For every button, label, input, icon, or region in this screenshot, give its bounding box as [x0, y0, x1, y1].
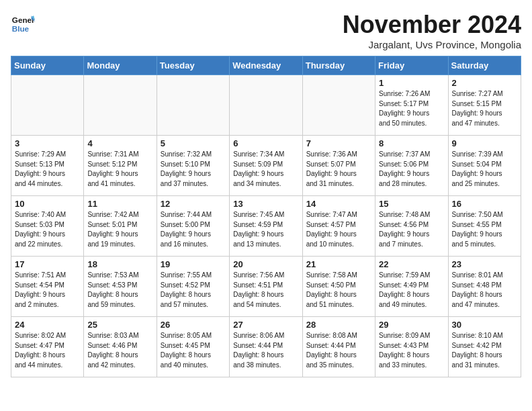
month-title: November 2024: [343, 11, 521, 39]
day-info: Sunrise: 7:32 AM Sunset: 5:10 PM Dayligh…: [161, 150, 226, 189]
day-number: 9: [452, 138, 517, 148]
weekday-header: Sunday: [11, 56, 84, 75]
calendar-day-cell: 26Sunrise: 8:05 AM Sunset: 4:45 PM Dayli…: [157, 317, 229, 377]
day-number: 1: [379, 78, 444, 88]
calendar-day-cell: 28Sunrise: 8:08 AM Sunset: 4:44 PM Dayli…: [302, 317, 375, 377]
day-number: 24: [15, 320, 80, 330]
day-number: 8: [379, 138, 444, 148]
calendar-day-cell: 11Sunrise: 7:42 AM Sunset: 5:01 PM Dayli…: [84, 196, 157, 257]
day-info: Sunrise: 7:50 AM Sunset: 4:55 PM Dayligh…: [452, 210, 517, 249]
calendar-day-cell: 15Sunrise: 7:48 AM Sunset: 4:56 PM Dayli…: [375, 196, 448, 257]
day-info: Sunrise: 7:48 AM Sunset: 4:56 PM Dayligh…: [379, 210, 444, 249]
day-info: Sunrise: 7:39 AM Sunset: 5:04 PM Dayligh…: [452, 150, 517, 189]
calendar-day-cell: 5Sunrise: 7:32 AM Sunset: 5:10 PM Daylig…: [157, 136, 229, 196]
calendar-day-cell: 20Sunrise: 7:56 AM Sunset: 4:51 PM Dayli…: [230, 257, 302, 317]
calendar-day-cell: 17Sunrise: 7:51 AM Sunset: 4:54 PM Dayli…: [11, 257, 84, 317]
calendar-day-cell: [157, 75, 229, 136]
calendar-week-row: 24Sunrise: 8:02 AM Sunset: 4:47 PM Dayli…: [11, 317, 521, 377]
logo-icon: General Blue: [11, 11, 35, 35]
day-number: 21: [306, 259, 371, 269]
calendar-day-cell: 1Sunrise: 7:26 AM Sunset: 5:17 PM Daylig…: [375, 75, 448, 136]
svg-text:Blue: Blue: [12, 24, 30, 33]
logo: General Blue: [11, 11, 35, 35]
calendar-table: SundayMondayTuesdayWednesdayThursdayFrid…: [11, 56, 521, 377]
day-number: 7: [306, 138, 371, 148]
weekday-header: Thursday: [302, 56, 375, 75]
day-number: 4: [87, 138, 152, 148]
calendar-day-cell: 18Sunrise: 7:53 AM Sunset: 4:53 PM Dayli…: [84, 257, 157, 317]
day-info: Sunrise: 7:29 AM Sunset: 5:13 PM Dayligh…: [15, 150, 80, 189]
calendar-day-cell: 24Sunrise: 8:02 AM Sunset: 4:47 PM Dayli…: [11, 317, 84, 377]
day-info: Sunrise: 7:26 AM Sunset: 5:17 PM Dayligh…: [379, 89, 444, 128]
title-area: November 2024 Jargalant, Uvs Province, M…: [343, 11, 521, 50]
day-number: 30: [452, 320, 517, 330]
calendar-day-cell: 23Sunrise: 8:01 AM Sunset: 4:48 PM Dayli…: [448, 257, 521, 317]
day-number: 27: [233, 320, 298, 330]
weekday-header: Wednesday: [230, 56, 302, 75]
day-number: 15: [379, 199, 444, 209]
calendar-week-row: 3Sunrise: 7:29 AM Sunset: 5:13 PM Daylig…: [11, 136, 521, 196]
calendar-day-cell: 29Sunrise: 8:09 AM Sunset: 4:43 PM Dayli…: [375, 317, 448, 377]
day-info: Sunrise: 8:06 AM Sunset: 4:44 PM Dayligh…: [233, 331, 298, 370]
day-number: 17: [15, 259, 80, 269]
weekday-header: Tuesday: [157, 56, 229, 75]
calendar-day-cell: [302, 75, 375, 136]
day-number: 12: [161, 199, 226, 209]
calendar-header-row: SundayMondayTuesdayWednesdayThursdayFrid…: [11, 56, 521, 75]
calendar-day-cell: 7Sunrise: 7:36 AM Sunset: 5:07 PM Daylig…: [302, 136, 375, 196]
calendar-day-cell: 22Sunrise: 7:59 AM Sunset: 4:49 PM Dayli…: [375, 257, 448, 317]
day-info: Sunrise: 7:45 AM Sunset: 4:59 PM Dayligh…: [233, 210, 298, 249]
weekday-header: Friday: [375, 56, 448, 75]
calendar-day-cell: 13Sunrise: 7:45 AM Sunset: 4:59 PM Dayli…: [230, 196, 302, 257]
calendar-day-cell: 2Sunrise: 7:27 AM Sunset: 5:15 PM Daylig…: [448, 75, 521, 136]
day-number: 26: [161, 320, 226, 330]
day-info: Sunrise: 7:53 AM Sunset: 4:53 PM Dayligh…: [87, 271, 152, 310]
day-info: Sunrise: 7:47 AM Sunset: 4:57 PM Dayligh…: [306, 210, 371, 249]
day-info: Sunrise: 7:37 AM Sunset: 5:06 PM Dayligh…: [379, 150, 444, 189]
calendar-day-cell: [11, 75, 84, 136]
calendar-day-cell: 10Sunrise: 7:40 AM Sunset: 5:03 PM Dayli…: [11, 196, 84, 257]
calendar-day-cell: 19Sunrise: 7:55 AM Sunset: 4:52 PM Dayli…: [157, 257, 229, 317]
day-info: Sunrise: 7:34 AM Sunset: 5:09 PM Dayligh…: [233, 150, 298, 189]
day-number: 3: [15, 138, 80, 148]
day-number: 25: [87, 320, 152, 330]
day-info: Sunrise: 7:44 AM Sunset: 5:00 PM Dayligh…: [161, 210, 226, 249]
day-info: Sunrise: 7:55 AM Sunset: 4:52 PM Dayligh…: [161, 271, 226, 310]
day-info: Sunrise: 8:01 AM Sunset: 4:48 PM Dayligh…: [452, 271, 517, 310]
calendar-day-cell: 16Sunrise: 7:50 AM Sunset: 4:55 PM Dayli…: [448, 196, 521, 257]
day-info: Sunrise: 7:59 AM Sunset: 4:49 PM Dayligh…: [379, 271, 444, 310]
calendar-day-cell: 21Sunrise: 7:58 AM Sunset: 4:50 PM Dayli…: [302, 257, 375, 317]
calendar-day-cell: 25Sunrise: 8:03 AM Sunset: 4:46 PM Dayli…: [84, 317, 157, 377]
calendar-week-row: 17Sunrise: 7:51 AM Sunset: 4:54 PM Dayli…: [11, 257, 521, 317]
day-info: Sunrise: 8:09 AM Sunset: 4:43 PM Dayligh…: [379, 331, 444, 370]
day-info: Sunrise: 8:02 AM Sunset: 4:47 PM Dayligh…: [15, 331, 80, 370]
day-info: Sunrise: 8:10 AM Sunset: 4:42 PM Dayligh…: [452, 331, 517, 370]
day-number: 29: [379, 320, 444, 330]
day-number: 2: [452, 78, 517, 88]
day-info: Sunrise: 7:42 AM Sunset: 5:01 PM Dayligh…: [87, 210, 152, 249]
day-number: 22: [379, 259, 444, 269]
day-number: 20: [233, 259, 298, 269]
calendar-day-cell: 8Sunrise: 7:37 AM Sunset: 5:06 PM Daylig…: [375, 136, 448, 196]
day-number: 18: [87, 259, 152, 269]
calendar-week-row: 1Sunrise: 7:26 AM Sunset: 5:17 PM Daylig…: [11, 75, 521, 136]
day-info: Sunrise: 7:36 AM Sunset: 5:07 PM Dayligh…: [306, 150, 371, 189]
day-number: 16: [452, 199, 517, 209]
day-info: Sunrise: 7:51 AM Sunset: 4:54 PM Dayligh…: [15, 271, 80, 310]
day-number: 23: [452, 259, 517, 269]
calendar-day-cell: 30Sunrise: 8:10 AM Sunset: 4:42 PM Dayli…: [448, 317, 521, 377]
day-number: 6: [233, 138, 298, 148]
day-number: 28: [306, 320, 371, 330]
day-number: 5: [161, 138, 226, 148]
day-info: Sunrise: 7:56 AM Sunset: 4:51 PM Dayligh…: [233, 271, 298, 310]
calendar-day-cell: 4Sunrise: 7:31 AM Sunset: 5:12 PM Daylig…: [84, 136, 157, 196]
day-info: Sunrise: 8:05 AM Sunset: 4:45 PM Dayligh…: [161, 331, 226, 370]
day-number: 19: [161, 259, 226, 269]
day-number: 13: [233, 199, 298, 209]
day-info: Sunrise: 8:03 AM Sunset: 4:46 PM Dayligh…: [87, 331, 152, 370]
page-header: General Blue November 2024 Jargalant, Uv…: [11, 11, 521, 50]
day-info: Sunrise: 8:08 AM Sunset: 4:44 PM Dayligh…: [306, 331, 371, 370]
calendar-day-cell: 27Sunrise: 8:06 AM Sunset: 4:44 PM Dayli…: [230, 317, 302, 377]
day-info: Sunrise: 7:40 AM Sunset: 5:03 PM Dayligh…: [15, 210, 80, 249]
day-info: Sunrise: 7:58 AM Sunset: 4:50 PM Dayligh…: [306, 271, 371, 310]
